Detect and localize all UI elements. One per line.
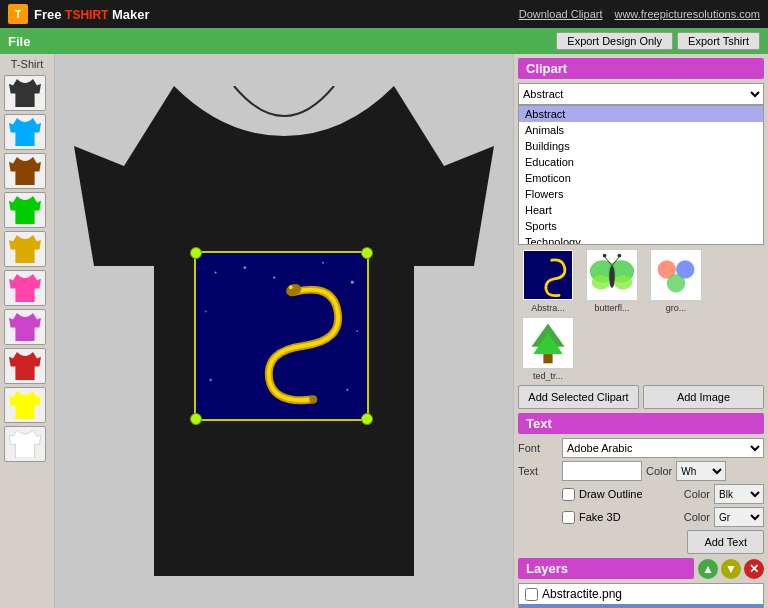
- export-design-button[interactable]: Export Design Only: [556, 32, 673, 50]
- layer-checkbox-abstractite[interactable]: [525, 588, 538, 601]
- add-selected-clipart-button[interactable]: Add Selected Clipart: [518, 385, 639, 409]
- svg-point-12: [309, 396, 317, 404]
- clipart-grid: Abstra...: [518, 249, 764, 381]
- draw-outline-label: Draw Outline: [579, 488, 680, 500]
- text-section: Font Adobe Arabic Arial Times New Roman …: [518, 438, 764, 554]
- svg-point-9: [209, 378, 212, 381]
- layers-header-row: Layers ▲ ▼ ✕: [518, 558, 764, 579]
- clipart-item-butterfly[interactable]: butterfl...: [582, 249, 642, 313]
- shirt-swatch-purple[interactable]: [4, 309, 46, 345]
- shirt-swatch-gold[interactable]: [4, 231, 46, 267]
- clipart-section-header: Clipart: [518, 58, 764, 79]
- layer-item-abstractite[interactable]: Abstractite.png: [519, 584, 763, 604]
- sidebar: T-Shirt: [0, 54, 55, 608]
- dropdown-item-buildings[interactable]: Buildings: [519, 138, 763, 154]
- download-clipart-link[interactable]: Download Clipart: [519, 8, 603, 20]
- shirt-swatch-green[interactable]: [4, 192, 46, 228]
- clipart-action-buttons: Add Selected Clipart Add Image: [518, 385, 764, 409]
- fake3d-checkbox[interactable]: [562, 511, 575, 524]
- app-icon: T: [8, 4, 28, 24]
- svg-point-7: [356, 330, 358, 332]
- layers-controls: ▲ ▼ ✕: [698, 559, 764, 579]
- shirt-swatch-brown[interactable]: [4, 153, 46, 189]
- dropdown-item-abstract[interactable]: Abstract: [519, 106, 763, 122]
- right-panel: Clipart Abstract Animals Buildings Educa…: [513, 54, 768, 608]
- clipart-thumb-butterfly: [586, 249, 638, 301]
- add-text-button[interactable]: Add Text: [687, 530, 764, 554]
- menu-bar: File Export Design Only Export Tshirt: [0, 28, 768, 54]
- handle-top-right[interactable]: [361, 247, 373, 259]
- text-section-header: Text: [518, 413, 764, 434]
- clipart-item-tree[interactable]: ted_tr...: [518, 317, 578, 381]
- text-color-select[interactable]: Wh Blk Rd: [676, 461, 726, 481]
- file-menu[interactable]: File: [8, 34, 30, 49]
- outline-color-select[interactable]: Blk Wh: [714, 484, 764, 504]
- title-bar: T Free TSHIRT Maker Download Clipart www…: [0, 0, 768, 28]
- clipart-name-tree: ted_tr...: [533, 371, 563, 381]
- clipart-dropdown-container: Abstract Animals Buildings Education Emo…: [518, 83, 764, 105]
- clipart-item-abstract[interactable]: Abstra...: [518, 249, 578, 313]
- sidebar-label: T-Shirt: [4, 58, 50, 70]
- svg-point-17: [592, 275, 610, 290]
- shirt-swatch-pink[interactable]: [4, 270, 46, 306]
- dropdown-item-emoticon[interactable]: Emoticon: [519, 170, 763, 186]
- shirt-swatch-black[interactable]: [4, 75, 46, 111]
- website-link[interactable]: www.freepicturesolutions.com: [614, 8, 760, 20]
- layers-section-header: Layers: [518, 558, 694, 579]
- color-label-2: Color: [684, 488, 710, 500]
- tshirt-canvas: [74, 86, 494, 576]
- dropdown-item-animals[interactable]: Animals: [519, 122, 763, 138]
- svg-point-6: [205, 311, 207, 313]
- color-label-1: Color: [646, 465, 672, 477]
- dropdown-item-heart[interactable]: Heart: [519, 202, 763, 218]
- svg-point-27: [667, 274, 685, 292]
- font-select[interactable]: Adobe Arabic Arial Times New Roman: [562, 438, 764, 458]
- clipart-item-group[interactable]: gro...: [646, 249, 706, 313]
- title-links: Download Clipart www.freepicturesolution…: [519, 8, 760, 20]
- svg-point-2: [243, 266, 246, 269]
- text-input-row: Text Color Wh Blk Rd: [518, 461, 764, 481]
- shirt-swatch-blue[interactable]: [4, 114, 46, 150]
- handle-top-left[interactable]: [190, 247, 202, 259]
- export-tshirt-button[interactable]: Export Tshirt: [677, 32, 760, 50]
- dropdown-item-education[interactable]: Education: [519, 154, 763, 170]
- add-image-button[interactable]: Add Image: [643, 385, 764, 409]
- svg-point-5: [351, 281, 354, 284]
- clipart-thumb-abstract: [522, 249, 574, 301]
- svg-point-19: [609, 266, 615, 288]
- svg-rect-31: [543, 354, 552, 363]
- svg-point-23: [618, 254, 622, 258]
- shirt-swatch-red[interactable]: [4, 348, 46, 384]
- clipart-category-select[interactable]: Abstract Animals Buildings Education Emo…: [518, 83, 764, 105]
- text-input[interactable]: [562, 461, 642, 481]
- dropdown-item-technology[interactable]: Technology: [519, 234, 763, 245]
- clipart-name-abstract: Abstra...: [531, 303, 565, 313]
- design-overlay[interactable]: [194, 251, 369, 421]
- add-text-row: Add Text: [518, 530, 764, 554]
- svg-point-22: [603, 254, 607, 258]
- title-left: T Free TSHIRT Maker: [8, 4, 150, 24]
- clipart-thumb-group: [650, 249, 702, 301]
- clipart-name-butterfly: butterfl...: [594, 303, 629, 313]
- layer-name-abstractite: Abstractite.png: [542, 587, 622, 601]
- layer-delete-button[interactable]: ✕: [744, 559, 764, 579]
- draw-outline-checkbox[interactable]: [562, 488, 575, 501]
- menu-buttons: Export Design Only Export Tshirt: [556, 32, 760, 50]
- svg-point-8: [346, 389, 348, 391]
- layer-item-softpedia[interactable]: Softpedia Images-7-1: [519, 604, 763, 608]
- svg-point-1: [215, 272, 217, 274]
- layer-up-button[interactable]: ▲: [698, 559, 718, 579]
- layer-down-button[interactable]: ▼: [721, 559, 741, 579]
- font-row: Font Adobe Arabic Arial Times New Roman: [518, 438, 764, 458]
- dropdown-item-flowers[interactable]: Flowers: [519, 186, 763, 202]
- clipart-name-group: gro...: [666, 303, 687, 313]
- shirt-swatch-yellow[interactable]: [4, 387, 46, 423]
- text-label: Text: [518, 465, 558, 477]
- shirt-swatch-white[interactable]: [4, 426, 46, 462]
- shadow-color-select[interactable]: Gr Blk: [714, 507, 764, 527]
- dropdown-item-sports[interactable]: Sports: [519, 218, 763, 234]
- handle-bottom-left[interactable]: [190, 413, 202, 425]
- handle-bottom-right[interactable]: [361, 413, 373, 425]
- clipart-dropdown-list: Abstract Animals Buildings Education Emo…: [518, 105, 764, 245]
- font-label: Font: [518, 442, 558, 454]
